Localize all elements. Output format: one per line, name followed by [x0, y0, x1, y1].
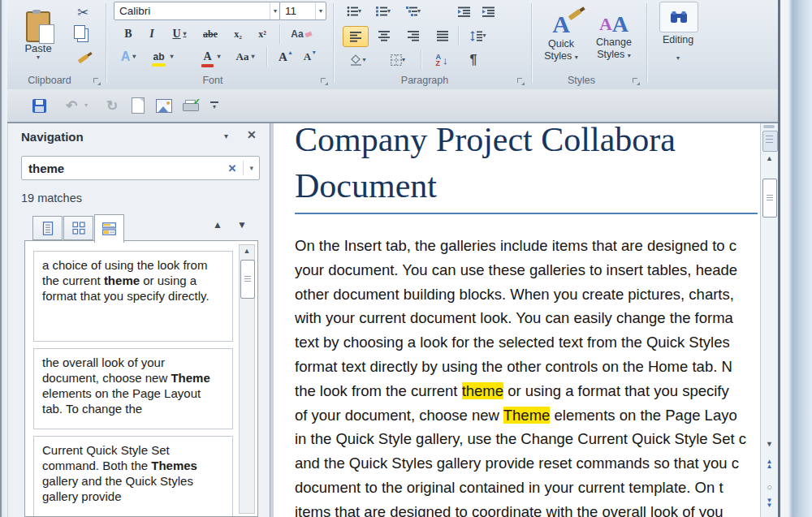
subscript-button[interactable]: x₂ [227, 24, 248, 44]
tab-browse-pages[interactable] [63, 216, 93, 240]
search-results-list: a choice of using the look from the curr… [24, 240, 258, 517]
shrink-font-button[interactable]: A ▼ [299, 47, 322, 67]
pages-tab-icon [72, 222, 85, 235]
previous-result-button[interactable]: ▲ [213, 219, 222, 230]
chevron-down-icon[interactable]: ▾ [648, 49, 708, 63]
document-page[interactable]: Company Project Collabora Document On th… [274, 123, 760, 517]
multilevel-list-button[interactable]: ▾ [400, 2, 427, 20]
next-result-button[interactable]: ▼ [237, 219, 247, 230]
document-line: and the Quick Styles gallery provide res… [295, 451, 760, 476]
bold-button[interactable]: B [119, 24, 138, 44]
clear-formatting-button[interactable]: Aa [287, 24, 315, 44]
pane-options-button[interactable]: ▾ [224, 131, 228, 140]
strikethrough-button[interactable]: abe [197, 24, 224, 44]
sort-button[interactable]: A Z ↓ [429, 50, 455, 70]
split-window-handle[interactable] [763, 125, 775, 128]
increase-indent-button[interactable] [477, 2, 499, 20]
pane-close-button[interactable]: ✕ [247, 128, 257, 141]
insert-picture-button[interactable] [154, 96, 174, 115]
decrease-indent-button[interactable] [453, 2, 474, 20]
numbering-icon [376, 6, 387, 17]
line-spacing-icon [470, 31, 482, 41]
search-input[interactable] [22, 162, 222, 175]
borders-icon [391, 54, 402, 66]
font-color-icon: A [203, 50, 211, 63]
line-spacing-button[interactable]: ▾ [463, 26, 494, 45]
new-document-button[interactable] [128, 96, 148, 115]
search-result-item[interactable]: the overall look of your document, choos… [33, 348, 233, 429]
align-left-button[interactable] [343, 26, 369, 47]
search-result-item[interactable]: a choice of using the look from the curr… [33, 251, 233, 342]
chevron-down-icon: ▾ [171, 54, 174, 60]
tab-browse-headings[interactable] [32, 216, 63, 240]
view-ruler-button[interactable] [762, 131, 778, 152]
undo-menu-button[interactable]: ▾ [81, 96, 91, 115]
paragraph-dialog-launcher-icon[interactable] [517, 78, 525, 85]
results-scrollbar[interactable]: ▲ [239, 244, 255, 514]
styles-group-label: Styles [533, 75, 630, 86]
tab-browse-results[interactable] [94, 214, 124, 243]
word-window: Paste ▾ ✂ Clipboard Calibri ▾ 11 [0, 0, 812, 517]
font-size-select[interactable]: 11 ▾ [279, 2, 326, 20]
copy-button[interactable] [71, 24, 94, 45]
qat-customize-button[interactable]: ▾ [208, 96, 221, 115]
scroll-up-button[interactable]: ▲ [240, 247, 254, 255]
grow-font-button[interactable]: A ▲ [274, 47, 297, 67]
align-right-button[interactable] [401, 26, 425, 45]
select-browse-object-button[interactable]: ○ [761, 479, 778, 493]
previous-page-button[interactable]: ▲▲ [761, 459, 778, 469]
next-page-button[interactable]: ▼▼ [761, 498, 778, 508]
copy-icon [77, 28, 89, 42]
font-group: Calibri ▾ 11 ▾ B I U ▾ abe x₂ x² Aa [107, 0, 333, 88]
paste-button[interactable]: Paste ▾ [15, 2, 62, 70]
underline-button[interactable]: U ▾ [166, 24, 193, 44]
superscript-button[interactable]: x² [252, 24, 273, 44]
styles-dialog-launcher-icon[interactable] [633, 78, 640, 85]
scrollbar-thumb[interactable] [240, 260, 255, 299]
font-dialog-launcher-icon[interactable] [321, 78, 328, 85]
scrollbar-thumb[interactable] [762, 179, 777, 218]
search-result-item[interactable]: Current Quick Style Set command. Both th… [33, 436, 233, 517]
search-options-button[interactable]: ▾ [244, 164, 259, 172]
font-color-button[interactable]: A ▾ [198, 47, 226, 67]
chevron-down-icon: ▾ [218, 54, 221, 60]
down-arrow-icon: ↓ [443, 54, 448, 67]
change-styles-button[interactable]: AA Change Styles ▾ [588, 2, 640, 71]
document-scrollbar[interactable]: ▲ ▼ ▲▲ ○ ▼▼ [760, 123, 778, 517]
clipboard-dialog-launcher-icon[interactable] [93, 78, 101, 85]
clear-search-button[interactable]: ✕ [222, 162, 244, 174]
bold-icon: B [124, 28, 132, 41]
font-name-select[interactable]: Calibri ▾ [114, 2, 281, 20]
align-center-button[interactable] [372, 26, 396, 45]
superscript-icon: x² [258, 28, 266, 41]
binoculars-icon [670, 11, 688, 24]
scroll-down-button[interactable]: ▼ [761, 440, 778, 448]
document-line: On the Insert tab, the galleries include… [295, 234, 760, 258]
redo-button[interactable]: ↻ [102, 96, 122, 115]
italic-button[interactable]: I [143, 24, 161, 44]
text-effects-button[interactable]: A ▾ [115, 47, 141, 67]
scroll-up-button[interactable]: ▲ [761, 154, 778, 162]
editing-group-label: Editing [648, 34, 708, 45]
format-painter-button[interactable] [71, 49, 94, 68]
numbering-button[interactable]: ▾ [370, 2, 396, 20]
save-button[interactable] [29, 96, 49, 115]
change-styles-label-1: Change [596, 37, 632, 49]
show-formatting-marks-button[interactable]: ¶ [463, 50, 484, 70]
chevron-down-icon: ▾ [224, 131, 228, 140]
borders-button[interactable]: ▾ [382, 50, 414, 70]
bullets-button[interactable]: ▾ [341, 2, 367, 20]
highlight-color-button[interactable]: ab ▾ [148, 47, 179, 67]
cut-button[interactable]: ✂ [71, 2, 94, 23]
close-icon: ✕ [228, 162, 237, 174]
shading-button[interactable]: ▾ [343, 50, 374, 70]
quick-styles-icon: A [552, 11, 570, 38]
change-case-button[interactable]: Aa ▾ [231, 47, 260, 67]
quick-styles-button[interactable]: A Quick Styles ▾ [536, 2, 586, 71]
justify-button[interactable] [430, 26, 455, 45]
undo-button[interactable]: ↶ [62, 96, 81, 115]
customize-toolbar-icon: ▾ [210, 101, 218, 110]
quick-print-button[interactable]: ✓ [180, 96, 200, 115]
editing-button[interactable] [659, 2, 698, 32]
pilcrow-icon: ¶ [470, 53, 477, 67]
